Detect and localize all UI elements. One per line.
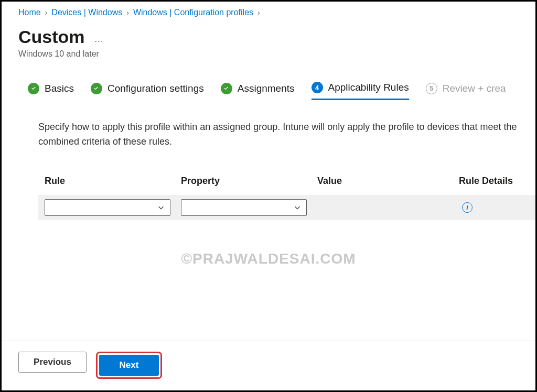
watermark-text: ©PRAJWALDESAI.COM bbox=[181, 251, 356, 267]
step-label: Review + crea bbox=[443, 83, 506, 94]
check-circle-icon bbox=[28, 83, 39, 94]
description-text: Specify how to apply this profile within… bbox=[18, 120, 535, 149]
chevron-down-icon bbox=[157, 204, 165, 211]
step-assignments[interactable]: Assignments bbox=[221, 83, 295, 94]
step-label: Applicability Rules bbox=[328, 82, 409, 93]
info-icon[interactable]: i bbox=[462, 202, 472, 213]
chevron-right-icon: › bbox=[126, 8, 129, 17]
check-circle-icon bbox=[221, 83, 232, 94]
chevron-right-icon: › bbox=[257, 8, 260, 17]
rule-dropdown[interactable] bbox=[45, 199, 170, 216]
step-number-icon: 5 bbox=[426, 83, 437, 94]
step-basics[interactable]: Basics bbox=[28, 83, 74, 94]
step-label: Configuration settings bbox=[108, 83, 204, 94]
wizard-footer: Previous Next bbox=[2, 341, 535, 390]
chevron-down-icon bbox=[294, 204, 301, 211]
column-header-rule: Rule bbox=[45, 176, 181, 187]
table-row: i bbox=[38, 195, 535, 220]
applicability-rules-table: Rule Property Value Rule Details i bbox=[18, 176, 535, 220]
step-number-icon: 4 bbox=[312, 82, 323, 93]
step-configuration-settings[interactable]: Configuration settings bbox=[91, 83, 204, 94]
check-circle-icon bbox=[91, 83, 102, 94]
step-review-create: 5 Review + crea bbox=[426, 83, 506, 94]
column-header-details: Rule Details bbox=[459, 176, 529, 187]
previous-button[interactable]: Previous bbox=[18, 352, 87, 373]
breadcrumb-devices-windows[interactable]: Devices | Windows bbox=[51, 8, 122, 17]
chevron-right-icon: › bbox=[45, 8, 48, 17]
step-applicability-rules[interactable]: 4 Applicability Rules bbox=[312, 82, 409, 100]
next-button[interactable]: Next bbox=[99, 355, 159, 376]
column-header-value: Value bbox=[317, 176, 459, 187]
more-actions-button[interactable]: … bbox=[94, 34, 105, 45]
breadcrumb: Home › Devices | Windows › Windows | Con… bbox=[18, 8, 535, 17]
step-label: Assignments bbox=[238, 83, 295, 94]
breadcrumb-home[interactable]: Home bbox=[18, 8, 41, 17]
next-button-highlight: Next bbox=[96, 352, 162, 379]
step-label: Basics bbox=[45, 83, 74, 94]
property-dropdown[interactable] bbox=[181, 199, 307, 216]
column-header-property: Property bbox=[181, 176, 317, 187]
page-subtitle: Windows 10 and later bbox=[18, 49, 535, 59]
page-title: Custom bbox=[18, 27, 85, 47]
wizard-steps: Basics Configuration settings Assignment… bbox=[18, 82, 535, 95]
breadcrumb-config-profiles[interactable]: Windows | Configuration profiles bbox=[133, 8, 253, 17]
